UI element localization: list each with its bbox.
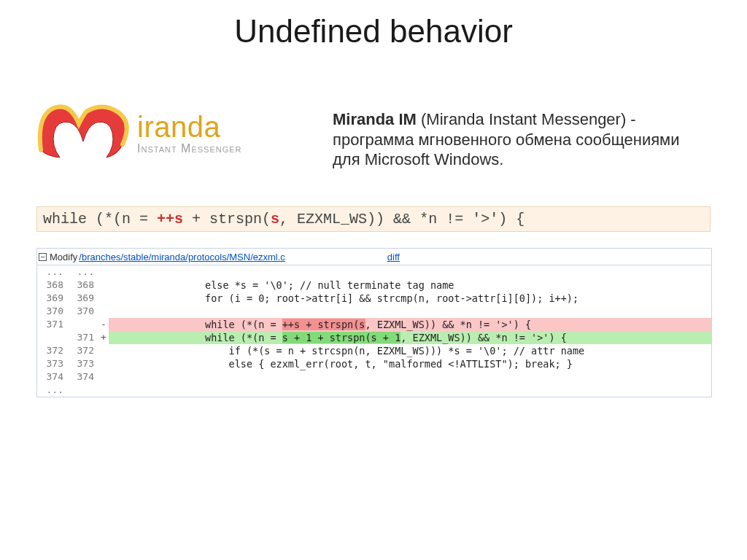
diff-code: if (*(s = n + strcspn(n, EZXML_WS))) *s … <box>109 344 711 357</box>
line-number-new: 368 <box>68 279 98 292</box>
line-number-new: 373 <box>68 357 98 370</box>
line-number-old: ... <box>37 265 68 279</box>
diff-sign <box>98 265 109 279</box>
diff-row: 371- while (*(n = ++s + strspn(s, EZXML_… <box>37 318 711 331</box>
diff-inline-highlight: s + 1 + strspn(s + 1 <box>282 332 401 343</box>
line-number-new: 370 <box>68 305 98 318</box>
logo-subtitle-text: Instant Messenger <box>137 143 242 155</box>
diff-inline-highlight: ++s + strspn(s <box>282 319 365 330</box>
line-number-new: 374 <box>68 370 98 384</box>
line-number-old: 368 <box>37 279 68 292</box>
code-snippet: while (*(n = ++s + strspn(s, EZXML_WS)) … <box>36 206 711 232</box>
miranda-logo: iranda Instant Messenger <box>36 102 306 165</box>
line-number-old: ... <box>37 384 68 397</box>
description-text: Miranda IM (Miranda Instant Messenger) -… <box>333 109 703 170</box>
diff-row: 369369 for (i = 0; root->attr[i] && strc… <box>37 292 711 305</box>
file-path-link[interactable]: /branches/stable/miranda/protocols/MSN/e… <box>79 252 285 262</box>
diff-code: while (*(n = s + 1 + strspn(s + 1, EZXML… <box>109 331 711 344</box>
code-keyword: s <box>271 211 279 228</box>
diff-row: 372372 if (*(s = n + strcspn(n, EZXML_WS… <box>37 344 711 357</box>
diff-sign <box>98 384 109 397</box>
diff-row: 368368 else *s = '\0'; // null terminate… <box>37 279 711 292</box>
diff-code: else *s = '\0'; // null terminate tag na… <box>109 279 711 292</box>
line-number-new: 371 <box>68 331 98 344</box>
diff-header: − Modify /branches/stable/miranda/protoc… <box>37 249 711 265</box>
line-number-old: 372 <box>37 344 68 357</box>
collapse-icon[interactable]: − <box>39 253 47 261</box>
code-keyword: ++s <box>157 211 183 228</box>
diff-code <box>109 265 711 279</box>
diff-row: 371+ while (*(n = s + 1 + strspn(s + 1, … <box>37 331 711 344</box>
diff-sign <box>98 370 109 384</box>
modify-label: Modify <box>50 252 77 262</box>
diff-row: 374374 <box>37 370 711 384</box>
diff-code: else { ezxml_err(root, t, "malformed <!A… <box>109 357 711 370</box>
diff-row: 373373 else { ezxml_err(root, t, "malfor… <box>37 357 711 370</box>
diff-sign <box>98 344 109 357</box>
diff-row: ... <box>37 384 711 397</box>
logo-brand-text: iranda <box>137 112 242 141</box>
slide-title: Undefined behavior <box>0 13 747 50</box>
line-number-old: 371 <box>37 318 68 331</box>
diff-sign <box>98 305 109 318</box>
miranda-logo-icon <box>36 102 131 165</box>
line-number-old: 373 <box>37 357 68 370</box>
description-bold: Miranda IM <box>333 110 417 128</box>
diff-sign <box>98 292 109 305</box>
line-number-new: 369 <box>68 292 98 305</box>
diff-body: ......368368 else *s = '\0'; // null ter… <box>37 265 711 397</box>
diff-code <box>109 384 711 397</box>
line-number-old: 370 <box>37 305 68 318</box>
diff-code: while (*(n = ++s + strspn(s, EZXML_WS)) … <box>109 318 711 331</box>
miranda-logo-text: iranda Instant Messenger <box>137 112 242 155</box>
line-number-new: ... <box>68 265 98 279</box>
diff-code <box>109 370 711 384</box>
diff-sign: - <box>98 318 109 331</box>
diff-row: 370370 <box>37 305 711 318</box>
diff-viewer: − Modify /branches/stable/miranda/protoc… <box>36 248 712 397</box>
line-number-new <box>68 384 98 397</box>
diff-sign: + <box>98 331 109 344</box>
diff-link[interactable]: diff <box>387 252 400 262</box>
diff-sign <box>98 279 109 292</box>
line-number-old: 374 <box>37 370 68 384</box>
line-number-old <box>37 331 68 344</box>
line-number-old: 369 <box>37 292 68 305</box>
line-number-new <box>68 318 98 331</box>
diff-sign <box>98 357 109 370</box>
diff-code: for (i = 0; root->attr[i] && strcmp(n, r… <box>109 292 711 305</box>
slide: Undefined behavior iranda Instant Messen… <box>0 0 747 560</box>
diff-code <box>109 305 711 318</box>
diff-row: ...... <box>37 265 711 279</box>
line-number-new: 372 <box>68 344 98 357</box>
